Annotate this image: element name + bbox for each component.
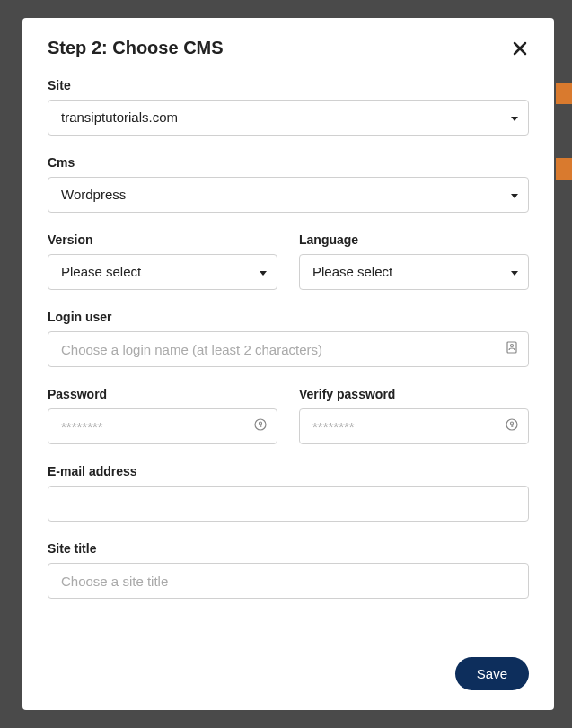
- cms-label: Cms: [48, 155, 529, 170]
- login-user-input[interactable]: [48, 331, 529, 367]
- language-select[interactable]: Please select: [299, 254, 529, 290]
- save-button[interactable]: Save: [455, 657, 529, 690]
- site-group: Site transiptutorials.com: [48, 78, 529, 136]
- password-group: Password: [48, 387, 277, 444]
- choose-cms-modal: Step 2: Choose CMS Site transiptutorials…: [22, 18, 554, 710]
- cms-select[interactable]: Wordpress: [48, 177, 529, 213]
- site-title-input[interactable]: [48, 563, 529, 599]
- modal-footer: Save: [48, 657, 529, 690]
- close-icon: [513, 41, 527, 56]
- login-user-group: Login user: [48, 310, 529, 367]
- version-group: Version Please select: [48, 232, 277, 290]
- site-label: Site: [48, 78, 529, 92]
- site-title-group: Site title: [48, 541, 529, 599]
- site-title-label: Site title: [48, 541, 529, 556]
- verify-password-group: Verify password: [299, 387, 529, 444]
- verify-password-input[interactable]: [299, 408, 529, 444]
- verify-password-label: Verify password: [299, 387, 529, 401]
- email-group: E-mail address: [48, 464, 529, 522]
- close-button[interactable]: [511, 39, 529, 57]
- password-label: Password: [48, 387, 277, 401]
- language-group: Language Please select: [299, 232, 529, 290]
- email-input[interactable]: [48, 486, 529, 522]
- email-label: E-mail address: [48, 464, 529, 478]
- modal-title: Step 2: Choose CMS: [48, 38, 224, 58]
- modal-header: Step 2: Choose CMS: [48, 38, 529, 58]
- site-select[interactable]: transiptutorials.com: [48, 100, 529, 136]
- language-label: Language: [299, 232, 529, 247]
- version-select[interactable]: Please select: [48, 254, 277, 290]
- cms-group: Cms Wordpress: [48, 155, 529, 213]
- version-label: Version: [48, 232, 277, 247]
- login-user-label: Login user: [48, 310, 529, 324]
- password-input[interactable]: [48, 408, 277, 444]
